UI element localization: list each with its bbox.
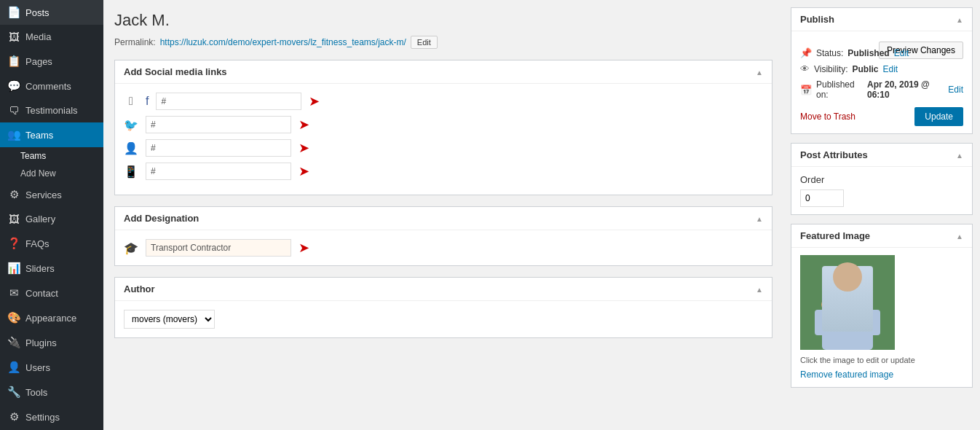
post-attributes-body: Order: [791, 167, 972, 214]
remove-featured-image-link[interactable]: Remove featured image: [800, 370, 893, 380]
designation-header[interactable]: Add Designation: [115, 207, 772, 230]
user-social-input[interactable]: [146, 139, 291, 157]
sidebar-subitem-teams-add[interactable]: Add New: [0, 165, 103, 182]
featured-image-title: Featured Image: [800, 230, 870, 241]
social-row-user: 👤 ➤: [124, 139, 763, 157]
featured-image-thumbnail[interactable]: [800, 255, 895, 350]
publish-status-row: 📌 Status: Published Edit: [800, 47, 879, 58]
facebook-icon: : [124, 95, 138, 108]
page-title: Jack M.: [114, 11, 772, 30]
sidebar-item-settings[interactable]: ⚙ Settings: [0, 404, 103, 429]
social-row-phone: 📱 ➤: [124, 163, 763, 180]
preview-changes-button[interactable]: Preview Changes: [879, 42, 963, 59]
sidebar-item-plugins[interactable]: 🔌 Plugins: [0, 330, 103, 355]
sidebar-item-pages[interactable]: 📋 Pages: [0, 49, 103, 74]
sidebar-label-services: Services: [25, 189, 62, 200]
sidebar-label-appearance: Appearance: [25, 313, 76, 324]
sidebar: 📄 Posts 🖼 Media 📋 Pages 💬 Comments 🗨 Tes…: [0, 0, 103, 430]
facebook-input[interactable]: [156, 93, 301, 110]
featured-image-box: Featured Image: [791, 224, 973, 388]
teams-icon: 👥: [7, 128, 20, 141]
phone-arrow: ➤: [299, 163, 309, 179]
author-body: movers (movers): [115, 301, 772, 337]
main-content: Jack M. Permalink: https://luzuk.com/dem…: [103, 0, 980, 430]
calendar-icon: 📅: [800, 85, 812, 95]
visibility-label: Visibility:: [814, 64, 847, 74]
sidebar-item-posts[interactable]: 📄 Posts: [0, 0, 103, 25]
media-icon: 🖼: [7, 31, 20, 43]
permalink-url[interactable]: https://luzuk.com/demo/expert-movers/lz_…: [160, 37, 406, 47]
post-attributes-toggle-icon: [956, 149, 963, 160]
author-title: Author: [124, 284, 155, 294]
sidebar-label-contact: Contact: [25, 288, 58, 299]
sidebar-label-posts: Posts: [25, 7, 50, 18]
order-input[interactable]: [800, 189, 844, 207]
sidebar-item-gallery[interactable]: 🖼 Gallery: [0, 207, 103, 231]
content-area: Jack M. Permalink: https://luzuk.com/dem…: [103, 0, 980, 430]
sidebar-item-comments[interactable]: 💬 Comments: [0, 74, 103, 98]
svg-point-6: [821, 299, 834, 310]
social-media-box: Add Social media links  f ➤ 🐦: [114, 60, 772, 195]
publish-title: Publish: [800, 14, 834, 25]
permalink-edit-button[interactable]: Edit: [411, 36, 438, 49]
sidebar-item-services[interactable]: ⚙ Services: [0, 182, 103, 207]
editor-panel: Jack M. Permalink: https://luzuk.com/dem…: [103, 0, 783, 430]
visibility-icon: 👁: [800, 63, 810, 74]
sidebar-label-gallery: Gallery: [25, 214, 55, 224]
published-edit-link[interactable]: Edit: [948, 85, 963, 95]
sidebar-label-settings: Settings: [25, 412, 60, 423]
phone-input[interactable]: [146, 163, 291, 180]
sidebar-label-tools: Tools: [25, 387, 47, 398]
publish-box: Publish Preview Changes 📌 Status: Publis…: [791, 7, 973, 134]
sidebar-item-users[interactable]: 👤 Users: [0, 355, 103, 380]
twitter-input[interactable]: [146, 116, 291, 133]
sidebar-item-media[interactable]: 🖼 Media: [0, 25, 103, 49]
sidebar-label-faqs: FAQs: [25, 238, 50, 249]
update-button[interactable]: Update: [914, 107, 963, 126]
sidebar-item-tools[interactable]: 🔧 Tools: [0, 380, 103, 404]
post-attributes-header: Post Attributes: [791, 144, 972, 167]
svg-point-3: [831, 268, 864, 289]
fb-icon-display: f: [146, 95, 149, 108]
designation-body: 🎓 ➤: [115, 230, 772, 265]
sidebar-item-sliders[interactable]: 📊 Sliders: [0, 256, 103, 281]
featured-image-header: Featured Image: [791, 224, 972, 248]
featured-image-body: Click the image to edit or update Remove…: [791, 248, 972, 387]
sidebar-item-teams[interactable]: 👥 Teams: [0, 122, 103, 147]
publish-toggle-icon: [956, 14, 963, 25]
featured-image-svg: [800, 255, 895, 350]
sidebar-item-testimonials[interactable]: 🗨 Testimonials: [0, 98, 103, 122]
appearance-icon: 🎨: [7, 311, 20, 324]
social-media-title: Add Social media links: [124, 66, 227, 77]
order-label-row: Order: [800, 174, 963, 185]
designation-input[interactable]: [146, 239, 291, 257]
author-header[interactable]: Author: [115, 278, 772, 301]
publish-box-body: Preview Changes 📌 Status: Published Edit…: [791, 31, 972, 133]
visibility-edit-link[interactable]: Edit: [882, 64, 898, 74]
social-media-body:  f ➤ 🐦 ➤ 👤 ➤: [115, 84, 772, 195]
move-to-trash-link[interactable]: Move to Trash: [800, 112, 855, 122]
featured-image-toggle-icon: [956, 230, 963, 241]
status-icon: 📌: [800, 47, 812, 58]
status-label: Status:: [816, 48, 843, 58]
sidebar-item-appearance[interactable]: 🎨 Appearance: [0, 305, 103, 330]
status-value: Published: [847, 48, 889, 58]
author-toggle-icon: [756, 284, 763, 294]
sidebar-item-faqs[interactable]: ❓ FAQs: [0, 231, 103, 256]
author-select[interactable]: movers (movers): [124, 310, 215, 329]
status-edit-link[interactable]: Edit: [894, 48, 909, 58]
twitter-icon: 🐦: [124, 118, 138, 132]
sidebar-label-plugins: Plugins: [25, 337, 57, 348]
permalink-label: Permalink:: [114, 37, 156, 47]
sidebar-subitem-teams-all[interactable]: Teams: [0, 147, 103, 165]
sidebar-label-pages: Pages: [25, 56, 52, 67]
sidebar-label-users: Users: [25, 362, 50, 373]
services-icon: ⚙: [7, 188, 20, 201]
user-social-icon: 👤: [124, 141, 138, 155]
comments-icon: 💬: [7, 79, 20, 93]
sliders-icon: 📊: [7, 262, 20, 275]
social-media-header[interactable]: Add Social media links: [115, 60, 772, 84]
contact-icon: ✉: [7, 286, 20, 300]
tw-arrow: ➤: [299, 117, 309, 133]
sidebar-item-contact[interactable]: ✉ Contact: [0, 281, 103, 305]
